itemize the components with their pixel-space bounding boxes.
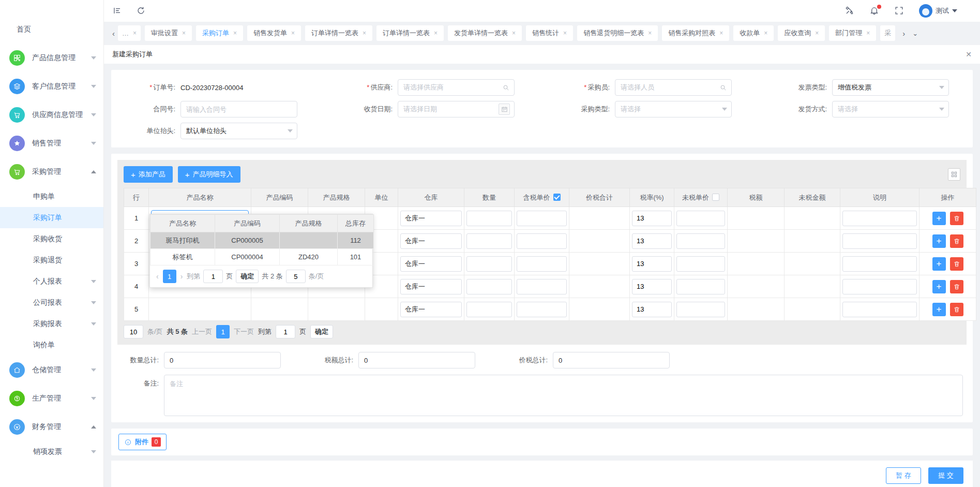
tools-icon[interactable] xyxy=(845,6,855,16)
submit-button[interactable]: 提 交 xyxy=(928,467,963,484)
remark-textarea[interactable] xyxy=(164,375,963,416)
notax-price-input[interactable] xyxy=(676,211,725,226)
save-draft-button[interactable]: 暂 存 xyxy=(886,467,921,484)
sidebar-item-company-report[interactable]: 公司报表 xyxy=(0,292,103,313)
import-product-detail-button[interactable]: +产品明细导入 xyxy=(178,166,240,183)
tax-price-input[interactable] xyxy=(517,256,567,272)
close-icon[interactable] xyxy=(512,29,516,37)
close-icon[interactable] xyxy=(764,29,767,37)
ship-method-select[interactable]: 请选择 xyxy=(832,101,949,117)
close-icon[interactable] xyxy=(233,29,237,37)
sidebar-item-personal-report[interactable]: 个人报表 xyxy=(0,271,103,292)
tax-rate-input[interactable] xyxy=(632,279,672,294)
sidebar-group-product-info[interactable]: 产品信息管理 xyxy=(0,43,103,72)
attachment-button[interactable]: 附件 0 xyxy=(118,434,167,450)
page-number-current[interactable]: 1 xyxy=(216,325,230,338)
note-input[interactable] xyxy=(842,211,917,226)
dropdown-row-printer[interactable]: 斑马打印机 CP000005 112 xyxy=(150,232,374,249)
notax-price-checkbox[interactable] xyxy=(712,194,719,201)
sidebar-item-inquiry-order[interactable]: 询价单 xyxy=(0,334,103,356)
sidebar-item-purchase-return[interactable]: 采购退货 xyxy=(0,249,103,271)
tab-order-detail-list[interactable]: 订单详情一览表 xyxy=(305,25,372,41)
tax-price-input[interactable] xyxy=(517,233,567,249)
note-input[interactable] xyxy=(842,233,917,249)
notax-price-input[interactable] xyxy=(676,279,725,294)
fullscreen-icon[interactable] xyxy=(894,6,904,16)
tab-delivery-detail-list[interactable]: 发货单详情一览表 xyxy=(448,25,522,41)
note-input[interactable] xyxy=(842,256,917,272)
sidebar-group-production[interactable]: 生产管理 xyxy=(0,384,103,412)
per-page-input[interactable] xyxy=(124,325,143,338)
row-delete-button[interactable] xyxy=(950,257,963,271)
row-add-button[interactable]: + xyxy=(932,234,946,248)
tab-sales-stats[interactable]: 销售统计 xyxy=(526,25,573,41)
close-icon[interactable] xyxy=(182,29,186,37)
row-delete-button[interactable] xyxy=(950,280,963,293)
close-icon[interactable] xyxy=(291,29,295,37)
tabs-dropdown-icon[interactable]: ⌄ xyxy=(908,29,922,37)
sidebar-group-customer-info[interactable]: 客户信息管理 xyxy=(0,72,103,100)
more-vertical-icon[interactable] xyxy=(972,6,974,16)
tax-price-checkbox[interactable] xyxy=(553,194,561,201)
warehouse-select[interactable]: 仓库一 xyxy=(400,302,462,317)
tab-receivable-query[interactable]: 应收查询 xyxy=(778,25,825,41)
sidebar-group-warehouse[interactable]: 仓储管理 xyxy=(0,356,103,384)
unit-header-select[interactable]: 默认单位抬头 xyxy=(180,123,297,139)
sidebar-group-supplier-info[interactable]: 供应商信息管理 xyxy=(0,100,103,129)
sidebar-item-request-order[interactable]: 申购单 xyxy=(0,186,103,207)
page-next-icon[interactable]: › xyxy=(179,272,184,281)
close-icon[interactable] xyxy=(719,29,723,37)
sidebar-item-purchase-report[interactable]: 采购报表 xyxy=(0,313,103,334)
close-icon[interactable] xyxy=(363,29,366,37)
receive-date-input[interactable]: 请选择日期 xyxy=(398,101,515,117)
add-product-button[interactable]: +添加产品 xyxy=(124,166,173,183)
tab-purchase-order[interactable]: 采购订单 xyxy=(196,25,243,41)
collapse-sidebar-icon[interactable] xyxy=(112,6,123,16)
next-page-button[interactable]: 下一页 xyxy=(234,327,254,336)
tab-sales-return-detail[interactable]: 销售退货明细一览表 xyxy=(577,25,658,41)
close-icon[interactable] xyxy=(133,29,137,37)
row-delete-button[interactable] xyxy=(950,303,963,316)
purchase-type-select[interactable]: 请选择 xyxy=(615,101,732,117)
tax-price-input[interactable] xyxy=(517,211,567,226)
contract-no-input[interactable] xyxy=(186,106,293,113)
tax-price-input[interactable] xyxy=(517,302,567,317)
sidebar-item-home[interactable]: 首页 xyxy=(0,14,103,43)
buyer-input[interactable]: 请选择人员 xyxy=(615,79,732,96)
tax-rate-input[interactable] xyxy=(632,211,672,226)
total-tax-input[interactable] xyxy=(358,352,475,368)
qty-input[interactable] xyxy=(466,279,512,294)
sidebar-item-purchase-receive[interactable]: 采购收货 xyxy=(0,228,103,249)
supplier-input[interactable]: 请选择供应商 xyxy=(398,79,515,96)
page-prev-icon[interactable]: ‹ xyxy=(155,272,160,281)
goto-page-input[interactable] xyxy=(276,325,295,338)
note-input[interactable] xyxy=(842,302,917,317)
sidebar-item-purchase-order[interactable]: 采购订单 xyxy=(0,207,103,228)
refresh-icon[interactable] xyxy=(136,6,146,16)
row-delete-button[interactable] xyxy=(950,212,963,225)
note-input[interactable] xyxy=(842,279,917,294)
tax-rate-input[interactable] xyxy=(632,256,672,272)
dropdown-row-labeler[interactable]: 标签机 CP000004 ZD420 101 xyxy=(150,249,374,265)
tabs-scroll-right-icon[interactable]: › xyxy=(899,29,908,38)
warehouse-select[interactable]: 仓库一 xyxy=(400,279,462,294)
tax-price-input[interactable] xyxy=(517,279,567,294)
sidebar-item-sales-invoice[interactable]: 销项发票 xyxy=(0,441,103,462)
goto-confirm-button[interactable]: 确定 xyxy=(236,270,259,283)
goto-page-input[interactable] xyxy=(203,270,223,283)
page-number-current[interactable]: 1 xyxy=(163,270,176,283)
close-icon[interactable] xyxy=(434,29,438,37)
qty-input[interactable] xyxy=(466,233,512,249)
notax-price-input[interactable] xyxy=(676,233,725,249)
close-icon[interactable] xyxy=(866,29,870,37)
row-delete-button[interactable] xyxy=(950,234,963,248)
bell-icon[interactable] xyxy=(869,6,880,16)
qty-input[interactable] xyxy=(466,256,512,272)
warehouse-select[interactable]: 仓库一 xyxy=(400,211,462,226)
qty-input[interactable] xyxy=(466,211,512,226)
column-settings-button[interactable] xyxy=(948,168,960,181)
warehouse-select[interactable]: 仓库一 xyxy=(400,256,462,272)
warehouse-select[interactable]: 仓库一 xyxy=(400,233,462,249)
page-close-icon[interactable] xyxy=(966,50,972,58)
goto-confirm-button[interactable]: 确定 xyxy=(310,325,333,338)
